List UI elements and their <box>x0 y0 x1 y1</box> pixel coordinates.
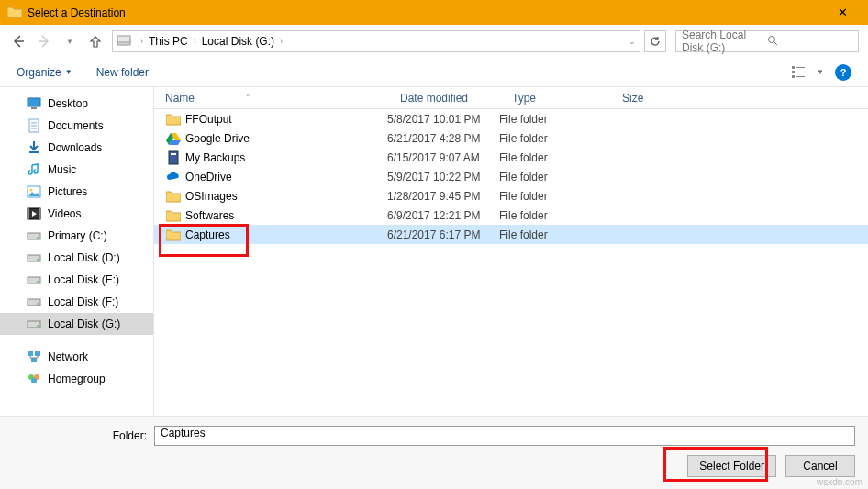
breadcrumb-dropdown[interactable]: ⌄ <box>625 37 636 46</box>
breadcrumb-this-pc[interactable]: This PC <box>147 35 190 48</box>
refresh-button[interactable] <box>644 30 666 52</box>
sidebar-item-primary-c-[interactable]: Primary (C:) <box>0 225 153 247</box>
toolbar: Organize ▼ New folder ▼ ? <box>0 58 868 87</box>
sidebar-item-label: Desktop <box>48 97 88 110</box>
up-button[interactable] <box>86 32 105 50</box>
back-button[interactable] <box>9 32 28 50</box>
sidebar-item-local-disk-d-[interactable]: Local Disk (D:) <box>0 247 153 269</box>
chevron-down-icon[interactable]: ▼ <box>65 68 72 76</box>
breadcrumb-drive[interactable]: Local Disk (G:) <box>200 35 276 48</box>
file-name: Google Drive <box>185 132 387 145</box>
recent-dropdown[interactable]: ▼ <box>61 32 79 50</box>
sidebar-item-label: Local Disk (G:) <box>48 317 120 330</box>
cancel-button[interactable]: Cancel <box>785 455 855 477</box>
sidebar-item-desktop[interactable]: Desktop <box>0 93 153 115</box>
new-folder-button[interactable]: New folder <box>96 66 149 79</box>
drive-icon <box>26 228 42 243</box>
svg-rect-30 <box>31 358 37 362</box>
sidebar-item-local-disk-e-[interactable]: Local Disk (E:) <box>0 269 153 291</box>
videos-icon <box>26 206 42 221</box>
svg-point-14 <box>30 189 33 192</box>
svg-rect-24 <box>28 299 40 306</box>
window-title: Select a Destination <box>28 6 824 19</box>
file-date: 6/15/2017 9:07 AM <box>387 151 499 164</box>
view-mode-button[interactable] <box>789 62 813 83</box>
folder-icon <box>165 228 182 242</box>
sidebar-item-network[interactable]: Network <box>0 346 153 368</box>
file-list[interactable]: FFOutput5/8/2017 10:01 PMFile folderGoog… <box>154 109 868 448</box>
chevron-right-icon[interactable]: › <box>137 37 147 46</box>
file-row[interactable]: Google Drive6/21/2017 4:28 PMFile folder <box>154 128 868 148</box>
view-dropdown[interactable]: ▼ <box>815 62 826 83</box>
file-row[interactable]: My Backups6/15/2017 9:07 AMFile folder <box>154 148 868 167</box>
search-input[interactable]: Search Local Disk (G:) <box>675 30 859 52</box>
sidebar-item-pictures[interactable]: Pictures <box>0 181 153 203</box>
sidebar: DesktopDocumentsDownloadsMusicPicturesVi… <box>0 87 154 448</box>
column-size[interactable]: Size <box>611 92 684 105</box>
sidebar-item-label: Local Disk (F:) <box>48 295 118 308</box>
file-type: File folder <box>499 209 609 222</box>
svg-point-33 <box>31 378 37 383</box>
sidebar-item-homegroup[interactable]: Homegroup <box>0 368 153 390</box>
file-name: FFOutput <box>185 113 387 126</box>
folder-input[interactable]: Captures <box>154 426 855 446</box>
file-type: File folder <box>499 151 609 164</box>
svg-rect-8 <box>796 76 805 77</box>
sort-indicator: ˄ <box>246 94 250 103</box>
svg-point-25 <box>37 303 39 305</box>
column-name[interactable]: Name˄ <box>154 92 389 105</box>
sidebar-item-label: Local Disk (D:) <box>48 251 120 264</box>
breadcrumb[interactable]: › This PC › Local Disk (G:) › ⌄ <box>112 30 640 52</box>
file-name: OSImages <box>185 190 387 203</box>
column-headers: Name˄ Date modified Type Size <box>154 87 868 109</box>
sidebar-item-videos[interactable]: Videos <box>0 203 153 225</box>
svg-rect-3 <box>792 66 795 69</box>
forward-button[interactable] <box>35 32 53 50</box>
organize-button[interactable]: Organize <box>17 66 61 79</box>
folder-icon <box>165 112 182 127</box>
help-button[interactable]: ? <box>835 64 851 81</box>
file-date: 6/21/2017 6:17 PM <box>387 228 499 241</box>
svg-rect-29 <box>35 351 40 356</box>
homegroup-icon <box>26 372 42 386</box>
file-row[interactable]: FFOutput5/8/2017 10:01 PMFile folder <box>154 109 868 128</box>
column-date[interactable]: Date modified <box>389 92 501 105</box>
file-row[interactable]: OSImages1/28/2017 9:45 PMFile folder <box>154 186 868 206</box>
file-type: File folder <box>499 228 609 241</box>
dialog-body: DesktopDocumentsDownloadsMusicPicturesVi… <box>0 87 868 448</box>
sidebar-item-label: Pictures <box>48 185 87 198</box>
sidebar-item-label: Local Disk (E:) <box>48 273 119 286</box>
drive-icon <box>26 295 42 309</box>
close-button[interactable]: ✕ <box>824 0 861 25</box>
chevron-right-icon[interactable]: › <box>276 37 286 46</box>
folder-label: Folder: <box>0 429 154 442</box>
sidebar-item-label: Videos <box>48 207 81 220</box>
file-row[interactable]: Captures6/21/2017 6:17 PMFile folder <box>154 225 868 244</box>
sidebar-item-music[interactable]: Music <box>0 159 153 181</box>
dialog-footer: Folder: Captures Select Folder Cancel <box>0 416 868 489</box>
sidebar-item-documents[interactable]: Documents <box>0 115 153 137</box>
download-icon <box>26 140 42 155</box>
svg-point-23 <box>37 281 39 283</box>
drive-icon <box>26 272 42 287</box>
file-row[interactable]: OneDrive5/9/2017 10:22 PMFile folder <box>154 167 868 186</box>
drive-icon <box>26 250 42 265</box>
pictures-icon <box>26 184 42 199</box>
select-folder-button[interactable]: Select Folder <box>687 455 776 477</box>
svg-rect-35 <box>171 153 176 155</box>
sidebar-item-downloads[interactable]: Downloads <box>0 137 153 159</box>
file-type: File folder <box>499 132 609 145</box>
sidebar-item-label: Downloads <box>48 141 102 154</box>
chevron-right-icon[interactable]: › <box>190 37 200 46</box>
svg-rect-1 <box>117 36 130 42</box>
sidebar-item-local-disk-f-[interactable]: Local Disk (F:) <box>0 291 153 313</box>
sidebar-item-label: Homegroup <box>48 372 106 385</box>
svg-point-27 <box>37 325 39 327</box>
file-row[interactable]: Softwares6/9/2017 12:21 PMFile folder <box>154 206 868 225</box>
column-type[interactable]: Type <box>501 92 611 105</box>
svg-rect-26 <box>28 321 40 328</box>
onedrive-icon <box>165 170 182 184</box>
svg-rect-10 <box>31 107 37 109</box>
sidebar-item-local-disk-g-[interactable]: Local Disk (G:) <box>0 313 153 335</box>
svg-rect-28 <box>28 351 33 356</box>
